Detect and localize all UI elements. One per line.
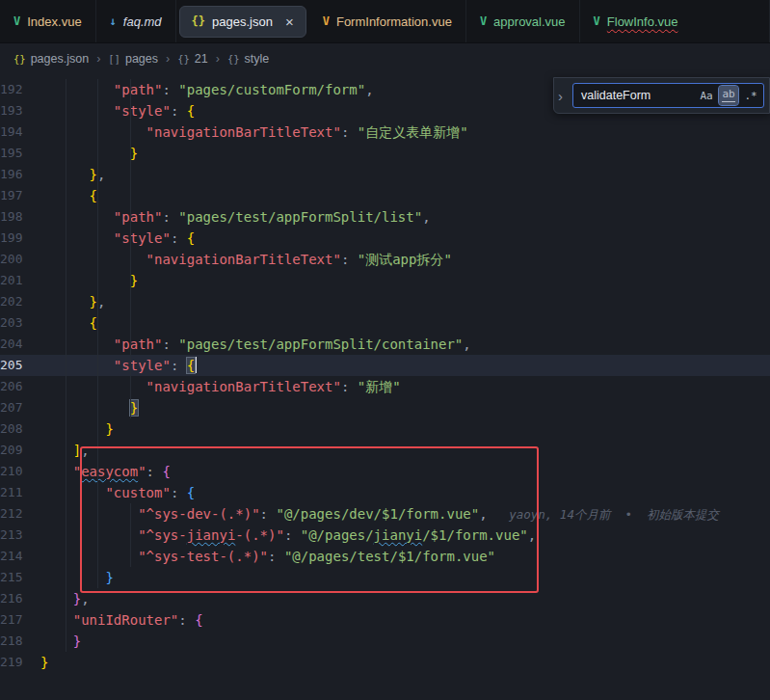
breadcrumb-item-21[interactable]: {} 21: [177, 52, 208, 66]
code-line[interactable]: 194 "navigationBarTitleText": "自定义表单新增": [0, 121, 770, 143]
line-number[interactable]: 200: [0, 249, 40, 270]
code-token: :: [341, 252, 358, 267]
code-line[interactable]: 205 "style": {: [0, 355, 770, 376]
tab-flowinfo-vue[interactable]: V FlowInfo.vue: [580, 0, 770, 42]
code-line[interactable]: 214 "^sys-test-(.*)": "@/pages/test/$1/f…: [0, 546, 770, 567]
line-number[interactable]: 204: [0, 334, 40, 355]
code-token: [40, 146, 130, 161]
code-text: {: [40, 185, 770, 206]
breadcrumb-item-style[interactable]: {} style: [227, 52, 269, 66]
breadcrumb-label: pages.json: [31, 52, 89, 66]
code-token: ,: [365, 82, 373, 97]
code-token: "pages/test/appFormSplit/container": [178, 337, 463, 352]
code-line[interactable]: 216 },: [0, 588, 770, 609]
code-line[interactable]: 196 },: [0, 164, 770, 185]
code-line[interactable]: 197 {: [0, 185, 770, 206]
code-line[interactable]: 215 }: [0, 567, 770, 588]
code-token: "uniIdRouter": [73, 612, 179, 628]
code-line[interactable]: 202 },: [0, 291, 770, 312]
code-token: }: [105, 570, 113, 585]
line-number[interactable]: 213: [0, 525, 40, 546]
line-number[interactable]: 216: [0, 588, 40, 609]
line-number[interactable]: 218: [0, 631, 40, 652]
code-text: "easycom": {: [40, 461, 770, 482]
line-number[interactable]: 201: [0, 270, 40, 291]
code-line[interactable]: 204 "path": "pages/test/appFormSplit/con…: [0, 334, 770, 355]
tab-faq-md[interactable]: ↓ faq.md: [96, 0, 176, 42]
tab-label: faq.md: [123, 14, 162, 29]
text-cursor: [195, 357, 197, 373]
line-number[interactable]: 211: [0, 482, 40, 503]
line-number[interactable]: 215: [0, 567, 40, 588]
code-line[interactable]: 219}: [0, 652, 770, 673]
code-line[interactable]: 207 }: [0, 397, 770, 418]
code-token: :: [260, 506, 277, 522]
line-number[interactable]: 202: [0, 291, 40, 312]
breadcrumb-item-file[interactable]: {} pages.json: [13, 52, 89, 66]
code-text: "navigationBarTitleText": "测试app拆分": [40, 249, 770, 270]
regex-toggle[interactable]: .*: [741, 86, 760, 105]
line-number[interactable]: 196: [0, 164, 40, 185]
indent-guide: [97, 79, 98, 588]
line-number[interactable]: 206: [0, 376, 40, 397]
code-line[interactable]: 195 }: [0, 143, 770, 164]
line-number[interactable]: 203: [0, 312, 40, 334]
breadcrumb-item-pages[interactable]: [] pages: [108, 52, 158, 66]
line-number[interactable]: 217: [0, 609, 40, 631]
code-line[interactable]: 203 {: [0, 312, 770, 334]
code-token: jianyi: [374, 527, 423, 543]
code-line[interactable]: 211 "custom": {: [0, 482, 770, 503]
code-token: :: [162, 82, 178, 97]
line-number[interactable]: 195: [0, 143, 40, 164]
line-number[interactable]: 198: [0, 206, 40, 228]
tab-index-vue[interactable]: V Index.vue: [0, 0, 96, 42]
code-line[interactable]: 218 }: [0, 631, 770, 652]
line-number[interactable]: 210: [0, 461, 40, 482]
code-line[interactable]: 199 "style": {: [0, 228, 770, 249]
line-number[interactable]: 193: [0, 100, 40, 121]
find-input[interactable]: validateForm Aa ab .*: [572, 83, 764, 108]
code-token: ": [73, 464, 81, 479]
code-token: [40, 549, 138, 564]
code-token: "style": [114, 358, 171, 373]
line-number[interactable]: 207: [0, 397, 40, 418]
find-input-value[interactable]: validateForm: [581, 89, 694, 102]
code-line[interactable]: 200 "navigationBarTitleText": "测试app拆分": [0, 249, 770, 270]
tab-approval-vue[interactable]: V approval.vue: [466, 0, 580, 42]
code-line[interactable]: 198 "path": "pages/test/appFormSplit/lis…: [0, 206, 770, 228]
line-number[interactable]: 194: [0, 121, 40, 143]
line-number[interactable]: 192: [0, 79, 40, 100]
line-number[interactable]: 219: [0, 652, 40, 673]
code-line[interactable]: 209 ],: [0, 440, 770, 461]
line-number[interactable]: 208: [0, 418, 40, 440]
code-line[interactable]: 213 "^sys-jianyi-(.*)": "@/pages/jianyi/…: [0, 525, 770, 546]
code-token: [40, 612, 73, 628]
line-number[interactable]: 199: [0, 228, 40, 249]
code-line[interactable]: 210 "easycom": {: [0, 461, 770, 482]
breadcrumb-separator: ›: [166, 52, 170, 66]
editor[interactable]: 192 "path": "pages/customForm/form",193 …: [0, 74, 770, 700]
code-text: "navigationBarTitleText": "自定义表单新增": [40, 121, 770, 143]
line-number[interactable]: 205: [0, 355, 40, 376]
tab-pages-json[interactable]: {} pages.json ×: [179, 6, 306, 38]
tab-label: Index.vue: [27, 14, 81, 29]
line-number[interactable]: 209: [0, 440, 40, 461]
whole-word-toggle[interactable]: ab: [719, 86, 738, 105]
code-text: "style": {: [40, 355, 770, 376]
code-line[interactable]: 201 }: [0, 270, 770, 291]
line-number[interactable]: 214: [0, 546, 40, 567]
code-line[interactable]: 212 "^sys-dev-(.*)": "@/pages/dev/$1/for…: [0, 503, 770, 525]
chevron-right-icon[interactable]: ›: [558, 89, 568, 103]
code-token: /$1/form.vue": [422, 527, 528, 543]
tab-forminformation-vue[interactable]: V FormInformation.vue: [309, 0, 466, 42]
code-token: "navigationBarTitleText": [146, 124, 341, 140]
code-line[interactable]: 208 }: [0, 418, 770, 440]
line-number[interactable]: 197: [0, 185, 40, 206]
line-number[interactable]: 212: [0, 503, 40, 525]
code-token: ,: [97, 294, 105, 310]
code-token: [40, 443, 73, 458]
close-icon[interactable]: ×: [285, 13, 294, 30]
code-line[interactable]: 206 "navigationBarTitleText": "新增": [0, 376, 770, 397]
code-line[interactable]: 217 "uniIdRouter": {: [0, 609, 770, 631]
match-case-toggle[interactable]: Aa: [697, 86, 716, 105]
